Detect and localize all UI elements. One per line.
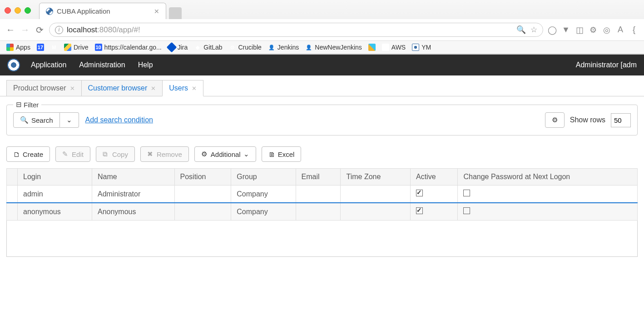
chevron-down-icon: ⌄ bbox=[66, 116, 72, 124]
edit-button[interactable]: ✎ Edit bbox=[55, 146, 90, 162]
zoom-icon[interactable]: 🔍 bbox=[516, 25, 526, 35]
tab-close-icon[interactable]: ✕ bbox=[192, 85, 197, 92]
cell-change_pw bbox=[458, 186, 638, 203]
bookmark-item[interactable]: 17 bbox=[37, 44, 44, 51]
menu-item-application[interactable]: Application bbox=[31, 61, 66, 69]
menu-item-help[interactable]: Help bbox=[138, 61, 153, 69]
remove-button[interactable]: ✖ Remove bbox=[140, 146, 189, 162]
column-header[interactable]: Change Password at Next Logon bbox=[458, 169, 638, 186]
window-close-button[interactable] bbox=[5, 7, 11, 14]
app-logo-icon[interactable] bbox=[7, 59, 20, 71]
reload-button[interactable]: ⟳ bbox=[35, 25, 45, 35]
bookmark-star-icon[interactable]: ☆ bbox=[530, 25, 537, 35]
row-select-cell[interactable] bbox=[7, 203, 18, 221]
bookmark-item[interactable]: ⊙Crucible bbox=[229, 44, 262, 51]
column-header[interactable]: Name bbox=[92, 169, 174, 186]
extension-icon[interactable]: ◯ bbox=[548, 25, 557, 35]
checkbox-icon[interactable] bbox=[416, 190, 423, 196]
bookmark-item[interactable]: Jira bbox=[168, 44, 188, 51]
bookmark-item[interactable]: 👤Jenkins bbox=[268, 44, 299, 51]
url-bar[interactable]: i localhost:8080/app/#! 🔍 ☆ bbox=[49, 23, 543, 37]
favicon-icon bbox=[46, 8, 53, 15]
checkbox-icon[interactable] bbox=[463, 190, 470, 196]
add-search-condition-link[interactable]: Add search condition bbox=[85, 116, 153, 124]
tab-close-icon[interactable]: ✕ bbox=[151, 85, 156, 92]
excel-button[interactable]: 🗎 Excel bbox=[262, 146, 302, 162]
extension-icon[interactable]: ◫ bbox=[575, 25, 584, 35]
table-row[interactable]: adminAdministratorCompany bbox=[7, 186, 638, 203]
bookmark-label: Jenkins bbox=[277, 44, 299, 51]
tab-close-icon[interactable]: ✕ bbox=[154, 8, 159, 15]
new-tab-button[interactable] bbox=[169, 7, 182, 19]
pocket-icon[interactable]: ▼ bbox=[561, 25, 570, 35]
extension-icon[interactable]: ◎ bbox=[602, 25, 611, 35]
cell-login: anonymous bbox=[18, 203, 92, 221]
search-button[interactable]: 🔍 Search bbox=[13, 112, 60, 128]
bookmark-item[interactable] bbox=[368, 44, 376, 51]
browser-tab-title: CUBA Application bbox=[57, 7, 110, 15]
bookmark-label: GitLab bbox=[203, 44, 222, 51]
copy-button[interactable]: ⧉ Copy bbox=[96, 146, 135, 162]
bookmark-item[interactable]: 👤NewNewJenkins bbox=[305, 44, 362, 51]
bookmark-item[interactable]: YM bbox=[412, 44, 431, 51]
app-tab-customer-browser[interactable]: Customer browser✕ bbox=[81, 80, 163, 96]
table-row[interactable]: anonymousAnonymousCompany bbox=[7, 203, 638, 221]
cell-name: Anonymous bbox=[92, 203, 174, 221]
pencil-icon: ✎ bbox=[62, 150, 69, 158]
angular-icon[interactable]: A bbox=[616, 25, 625, 35]
column-header[interactable]: Email bbox=[296, 169, 341, 186]
tab-strip: CUBA Application ✕ bbox=[0, 0, 644, 19]
bookmark-item[interactable]: M bbox=[50, 44, 58, 51]
additional-button[interactable]: ⚙ Additional ⌄ bbox=[194, 146, 256, 162]
google-icon: G bbox=[382, 44, 389, 51]
bookmark-item[interactable]: ◆GitLab bbox=[194, 44, 222, 51]
extension-icon[interactable]: ⚙ bbox=[589, 25, 598, 35]
remove-button-label: Remove bbox=[157, 150, 182, 158]
gitlab-icon: ◆ bbox=[194, 44, 201, 51]
checkbox-icon[interactable] bbox=[416, 207, 423, 214]
window-maximize-button[interactable] bbox=[25, 7, 31, 14]
cell-timezone bbox=[341, 203, 411, 221]
content: ⊟ Filter 🔍 Search ⌄ Add search condition… bbox=[0, 96, 644, 265]
jira-icon bbox=[166, 42, 177, 53]
show-rows-label: Show rows bbox=[570, 116, 605, 124]
app-tab-label: Product browser bbox=[13, 84, 66, 92]
back-button[interactable]: ← bbox=[5, 25, 15, 35]
checkbox-icon[interactable] bbox=[463, 207, 470, 214]
window-minimize-button[interactable] bbox=[15, 7, 21, 14]
collapse-icon[interactable]: ⊟ bbox=[16, 100, 22, 109]
file-icon: 🗋 bbox=[13, 150, 20, 158]
search-dropdown-button[interactable]: ⌄ bbox=[60, 112, 79, 128]
filter-panel: ⊟ Filter 🔍 Search ⌄ Add search condition… bbox=[6, 105, 638, 135]
column-header[interactable]: Position bbox=[174, 169, 231, 186]
show-rows-input[interactable] bbox=[611, 113, 631, 127]
bookmark-item[interactable]: 10https://calendar.go... bbox=[95, 44, 162, 51]
app-tab-product-browser[interactable]: Product browser✕ bbox=[6, 80, 82, 96]
column-header[interactable]: Active bbox=[411, 169, 458, 186]
bookmark-item[interactable]: Apps bbox=[6, 44, 30, 51]
browser-tab[interactable]: CUBA Application ✕ bbox=[39, 3, 166, 19]
site-info-icon[interactable]: i bbox=[55, 26, 63, 34]
bookmark-item[interactable]: Drive bbox=[64, 44, 89, 51]
column-header[interactable]: Time Zone bbox=[341, 169, 411, 186]
user-info[interactable]: Administrator [adm bbox=[576, 61, 637, 69]
jenkins-icon: 👤 bbox=[268, 44, 275, 51]
menu-item-administration[interactable]: Administration bbox=[79, 61, 125, 69]
extension-icon[interactable]: { bbox=[629, 25, 639, 35]
column-header[interactable]: Group bbox=[231, 169, 296, 186]
tab-close-icon[interactable]: ✕ bbox=[70, 85, 75, 92]
excel-button-label: Excel bbox=[278, 150, 295, 158]
edit-button-label: Edit bbox=[72, 150, 84, 158]
bookmark-label: Apps bbox=[16, 44, 30, 51]
bookmark-item[interactable]: GAWS bbox=[382, 44, 406, 51]
column-header[interactable]: Login bbox=[18, 169, 92, 186]
remove-icon: ✖ bbox=[147, 150, 154, 158]
row-select-cell[interactable] bbox=[7, 186, 18, 203]
create-button[interactable]: 🗋 Create bbox=[6, 146, 50, 162]
additional-button-label: Additional bbox=[211, 150, 241, 158]
filter-settings-button[interactable]: ⚙ bbox=[545, 112, 565, 128]
bookmark-label: https://calendar.go... bbox=[104, 44, 162, 51]
app-tab-users[interactable]: Users✕ bbox=[162, 80, 203, 96]
forward-button[interactable]: → bbox=[20, 25, 30, 35]
cell-email bbox=[296, 186, 341, 203]
